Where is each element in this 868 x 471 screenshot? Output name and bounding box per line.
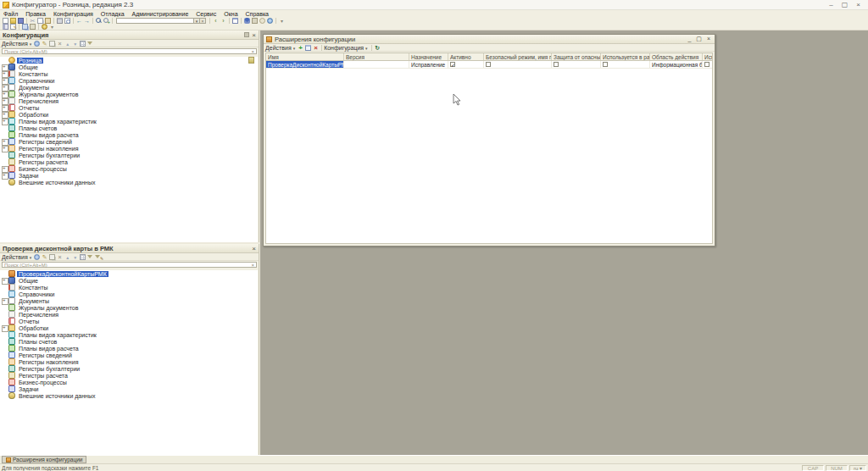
- tree-item[interactable]: Регистры сведений: [0, 138, 258, 145]
- up-icon[interactable]: [64, 254, 70, 260]
- clear-search-icon[interactable]: ×: [251, 263, 254, 268]
- grid-icon[interactable]: [80, 254, 86, 260]
- tree-item[interactable]: Внешние источники данных: [0, 392, 258, 399]
- table-cell-0[interactable]: ПроверкаДисконтнойКартыРМК: [266, 61, 344, 68]
- menu-конфигурация[interactable]: Конфигурация: [53, 11, 93, 17]
- language-indicator[interactable]: ru ▾: [849, 465, 866, 471]
- column-header-8[interactable]: Использовать основ...: [703, 53, 713, 60]
- tree-item[interactable]: Регистры расчета: [0, 158, 258, 165]
- down-icon[interactable]: [72, 254, 78, 260]
- expand-plus-icon[interactable]: [2, 112, 8, 118]
- tree-item[interactable]: Общие: [0, 64, 258, 70]
- new-doc-icon[interactable]: [3, 18, 8, 24]
- actions-menu-button[interactable]: Действия ▾: [265, 45, 295, 51]
- sphere-icon[interactable]: [34, 254, 40, 260]
- column-header-3[interactable]: Активно: [448, 53, 484, 60]
- tree-root-item[interactable]: ПроверкаДисконтнойКартыРМК: [0, 270, 258, 277]
- expand-plus-icon[interactable]: [2, 298, 8, 304]
- tree-item[interactable]: Общие: [0, 277, 258, 284]
- tree-item[interactable]: Бизнес-процессы: [0, 379, 258, 385]
- expand-plus-icon[interactable]: [2, 146, 8, 152]
- column-header-5[interactable]: Защита от опасных ...: [552, 53, 601, 60]
- bookmark-next-icon[interactable]: [220, 18, 226, 24]
- redo-icon[interactable]: [84, 18, 90, 24]
- panel-icon[interactable]: [30, 24, 36, 30]
- funnel-edit-icon[interactable]: [95, 254, 101, 260]
- tree-item[interactable]: Обработки: [0, 111, 258, 118]
- clear-search-icon[interactable]: ×: [251, 49, 254, 54]
- tree-item[interactable]: Внешние источники данных: [0, 179, 258, 186]
- pencil-icon[interactable]: [42, 41, 47, 47]
- expand-plus-icon[interactable]: [2, 85, 8, 91]
- tree-item[interactable]: Бизнес-процессы: [0, 165, 258, 172]
- delete-icon[interactable]: [57, 254, 63, 260]
- save-icon[interactable]: [18, 18, 24, 24]
- toolbar-search-input[interactable]: [116, 18, 194, 24]
- unchecked-checkbox-icon[interactable]: [554, 62, 559, 67]
- column-header-7[interactable]: Область действия: [650, 53, 703, 60]
- copy2-icon[interactable]: [49, 254, 55, 260]
- window-icon[interactable]: [232, 18, 238, 24]
- menu-справка[interactable]: Справка: [246, 11, 269, 17]
- delete-red-icon[interactable]: [313, 45, 319, 51]
- table-cell-8[interactable]: [703, 61, 713, 68]
- tree-item[interactable]: Планы счетов: [0, 338, 258, 345]
- table-cell-1[interactable]: [344, 61, 409, 68]
- tree-item[interactable]: Обработки: [0, 324, 258, 331]
- help-icon[interactable]: [267, 18, 273, 24]
- down-icon[interactable]: [72, 41, 78, 47]
- chevron-icon[interactable]: [49, 24, 55, 30]
- print-preview-icon[interactable]: [64, 18, 70, 24]
- expand-plus-icon[interactable]: [2, 105, 8, 111]
- child-close-icon[interactable]: ×: [707, 36, 710, 42]
- tree-item[interactable]: Отчеты: [0, 104, 258, 111]
- pencil-icon[interactable]: [42, 254, 47, 260]
- tree-item[interactable]: Документы: [0, 297, 258, 304]
- tree-item[interactable]: Задачи: [0, 172, 258, 179]
- expand-plus-icon[interactable]: [2, 325, 8, 331]
- menu-отладка[interactable]: Отладка: [101, 11, 125, 17]
- tree-item[interactable]: Документы: [0, 84, 258, 91]
- tree-item[interactable]: Планы видов характеристик: [0, 331, 258, 338]
- globe-icon[interactable]: [42, 24, 47, 30]
- tree-item[interactable]: Регистры расчета: [0, 372, 258, 379]
- expand-plus-icon[interactable]: [2, 166, 8, 172]
- menu-окна[interactable]: Окна: [224, 11, 237, 17]
- funnel-icon[interactable]: [87, 41, 93, 47]
- configuration-menu-button[interactable]: Конфигурация ▾: [324, 45, 367, 51]
- table-cell-5[interactable]: [552, 61, 601, 68]
- expand-plus-icon[interactable]: [2, 91, 8, 97]
- tree-item[interactable]: Константы: [0, 284, 258, 291]
- table-row[interactable]: ПроверкаДисконтнойКартыРМКИсправлениеИнф…: [266, 61, 712, 69]
- find-icon[interactable]: [96, 18, 102, 24]
- expand-plus-icon[interactable]: [2, 278, 8, 284]
- close-icon[interactable]: ×: [856, 1, 860, 9]
- add-green-icon[interactable]: [298, 45, 303, 51]
- search-dropdown-icon[interactable]: ▾: [194, 18, 200, 24]
- child-minimize-icon[interactable]: _: [687, 36, 691, 42]
- tree-item[interactable]: Константы: [0, 70, 258, 77]
- tree-item[interactable]: Справочники: [0, 77, 258, 84]
- taskbar-tab-extensions[interactable]: Расширения конфигурации: [2, 456, 86, 463]
- tree-item[interactable]: Перечисления: [0, 311, 258, 318]
- menu-файл[interactable]: Файл: [3, 11, 18, 17]
- column-header-1[interactable]: Версия: [344, 53, 409, 60]
- actions-menu-button[interactable]: Действия ▾: [2, 254, 31, 260]
- tree-item[interactable]: Регистры накопления: [0, 358, 258, 365]
- delete-icon[interactable]: [57, 41, 63, 47]
- cut-icon[interactable]: [30, 18, 36, 24]
- info-icon[interactable]: [259, 18, 265, 24]
- form-icon[interactable]: [305, 45, 311, 51]
- refresh-icon[interactable]: [375, 45, 381, 51]
- search-input[interactable]: Поиск (Ctrl+Alt+M) ×: [2, 262, 257, 268]
- table-cell-6[interactable]: [601, 61, 650, 68]
- expand-plus-icon[interactable]: [2, 98, 8, 104]
- search-input[interactable]: Поиск (Ctrl+Alt+M) ×: [2, 48, 257, 54]
- copy2-icon[interactable]: [49, 41, 55, 47]
- tree-item[interactable]: Перечисления: [0, 97, 258, 104]
- unchecked-checkbox-icon[interactable]: [603, 62, 608, 67]
- pin-icon[interactable]: [244, 32, 249, 37]
- column-header-2[interactable]: Назначение: [409, 53, 448, 60]
- tree-item[interactable]: Планы видов расчета: [0, 345, 258, 352]
- undo-icon[interactable]: [76, 18, 82, 24]
